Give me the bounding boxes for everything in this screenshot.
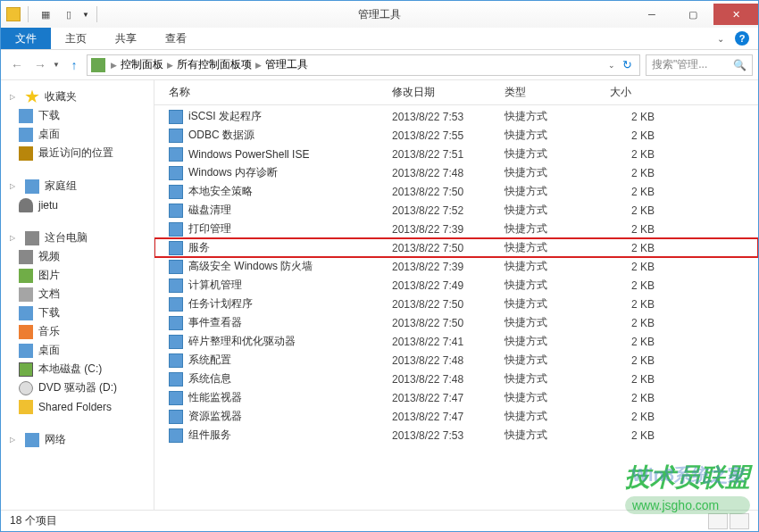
file-size: 2 KB [610,242,663,254]
tree-music[interactable]: 音乐 [1,322,154,341]
file-row[interactable]: 计算机管理 2013/8/22 7:49 快捷方式 2 KB [154,276,758,295]
file-size: 2 KB [610,373,663,386]
column-date[interactable]: 修改日期 [392,85,505,100]
file-size: 2 KB [610,167,663,179]
dvd-icon [19,381,33,395]
tab-file[interactable]: 文件 [1,28,51,49]
tree-recent[interactable]: 最近访问的位置 [1,144,154,162]
help-icon[interactable]: ? [735,31,749,46]
shortcut-icon [169,278,183,293]
tree-network[interactable]: 网络 [1,430,154,449]
file-row[interactable]: iSCSI 发起程序 2013/8/22 7:53 快捷方式 2 KB [154,107,758,126]
tree-shared[interactable]: Shared Folders [1,397,154,416]
file-type: 快捷方式 [505,353,610,368]
tab-home[interactable]: 主页 [51,28,101,49]
refresh-icon[interactable]: ↻ [622,58,632,71]
up-button[interactable]: ↑ [63,54,85,76]
file-date: 2013/8/22 7:47 [392,411,505,423]
tree-user[interactable]: jietu [1,195,154,214]
file-date: 2013/8/22 7:41 [392,336,505,348]
file-type: 快捷方式 [505,221,610,237]
tree-computer[interactable]: 这台电脑 [1,229,154,247]
file-row[interactable]: 性能监视器 2013/8/22 7:47 快捷方式 2 KB [154,388,758,407]
minimize-button[interactable]: ─ [631,4,672,25]
file-name: 碎片整理和优化驱动器 [188,334,392,349]
back-button[interactable]: ← [6,54,28,76]
breadcrumb-item[interactable]: 所有控制面板项 [177,57,252,72]
breadcrumb-item[interactable]: 管理工具 [265,57,308,72]
file-size: 2 KB [610,411,663,423]
tab-view[interactable]: 查看 [151,28,201,49]
item-count: 18 个项目 [10,513,57,528]
shortcut-icon [169,391,183,405]
file-size: 2 KB [610,279,663,292]
user-icon [19,198,33,212]
file-row[interactable]: Windows 内存诊断 2013/8/22 7:48 快捷方式 2 KB [154,163,758,182]
file-row[interactable]: 任务计划程序 2013/8/22 7:50 快捷方式 2 KB [154,295,758,313]
file-row[interactable]: 事件查看器 2013/8/22 7:50 快捷方式 2 KB [154,313,758,332]
tree-videos[interactable]: 视频 [1,247,154,266]
file-name: 资源监视器 [188,409,392,424]
file-type: 快捷方式 [505,371,610,387]
column-name[interactable]: 名称 [169,85,392,100]
tree-disk-c[interactable]: 本地磁盘 (C:) [1,360,154,378]
tree-favorites[interactable]: 收藏夹 [1,87,154,106]
shortcut-icon [169,166,183,180]
file-row[interactable]: 高级安全 Windows 防火墙 2013/8/22 7:39 快捷方式 2 K… [154,257,758,276]
tree-documents[interactable]: 文档 [1,285,154,303]
file-row[interactable]: 系统信息 2013/8/22 7:48 快捷方式 2 KB [154,370,758,388]
file-row[interactable]: ODBC 数据源 2013/8/22 7:55 快捷方式 2 KB [154,126,758,145]
view-icons-button[interactable] [730,513,749,529]
qat-dropdown[interactable]: ▼ [82,11,89,18]
column-type[interactable]: 类型 [505,85,610,100]
file-row[interactable]: Windows PowerShell ISE 2013/8/22 7:51 快捷… [154,145,758,163]
ribbon-expand-icon[interactable]: ⌄ [717,34,724,44]
file-row[interactable]: 组件服务 2013/8/22 7:53 快捷方式 2 KB [154,426,758,445]
file-type: 快捷方式 [505,315,610,330]
tree-downloads2[interactable]: 下载 [1,303,154,322]
file-size: 2 KB [610,354,663,367]
tree-downloads[interactable]: 下载 [1,106,154,125]
breadcrumb[interactable]: ▶ 控制面板 ▶ 所有控制面板项 ▶ 管理工具 ⌄ ↻ [87,54,640,76]
file-type: 快捷方式 [505,165,610,180]
disk-icon [19,362,33,377]
file-size: 2 KB [610,261,663,273]
search-input[interactable]: 搜索"管理... 🔍 [646,54,753,76]
shortcut-icon [169,335,183,349]
file-name: 事件查看器 [188,315,392,330]
close-button[interactable]: ✕ [713,4,758,25]
file-date: 2013/8/22 7:50 [392,186,505,198]
tree-dvd[interactable]: DVD 驱动器 (D:) [1,378,154,397]
qat-newfolder[interactable]: ▯ [59,4,79,24]
file-row[interactable]: 磁盘清理 2013/8/22 7:52 快捷方式 2 KB [154,201,758,220]
navigation-bar: ← → ▼ ↑ ▶ 控制面板 ▶ 所有控制面板项 ▶ 管理工具 ⌄ ↻ 搜索"管… [1,50,758,80]
tree-desktop2[interactable]: 桌面 [1,341,154,360]
navigation-pane: 收藏夹 下载 桌面 最近访问的位置 家庭组 jietu 这台电脑 视频 图片 文… [1,80,154,510]
maximize-button[interactable]: ▢ [672,4,713,25]
file-name: 打印管理 [188,221,392,237]
file-row[interactable]: 资源监视器 2013/8/22 7:47 快捷方式 2 KB [154,407,758,426]
folder-icon [19,400,33,414]
shortcut-icon [169,147,183,162]
shortcut-icon [169,241,183,255]
tree-desktop[interactable]: 桌面 [1,125,154,144]
view-details-button[interactable] [708,513,728,529]
file-size: 2 KB [610,392,663,404]
file-row[interactable]: 系统配置 2013/8/22 7:48 快捷方式 2 KB [154,351,758,370]
tree-pictures[interactable]: 图片 [1,266,154,285]
tree-homegroup[interactable]: 家庭组 [1,177,154,195]
breadcrumb-item[interactable]: 控制面板 [121,57,163,72]
forward-button[interactable]: → [29,54,51,76]
music-icon [19,325,33,339]
file-row[interactable]: 打印管理 2013/8/22 7:39 快捷方式 2 KB [154,220,758,238]
file-row[interactable]: 碎片整理和优化驱动器 2013/8/22 7:41 快捷方式 2 KB [154,332,758,351]
column-size[interactable]: 大小 [610,85,663,100]
file-date: 2013/8/22 7:48 [392,373,505,386]
file-row[interactable]: 本地安全策略 2013/8/22 7:50 快捷方式 2 KB [154,182,758,201]
breadcrumb-dropdown-icon[interactable]: ⌄ [608,61,615,70]
file-row[interactable]: 服务 2013/8/22 7:50 快捷方式 2 KB [154,238,758,257]
qat-properties[interactable]: ▦ [36,4,55,24]
favorites-icon [25,90,39,104]
tab-share[interactable]: 共享 [101,28,151,49]
history-dropdown[interactable]: ▼ [53,61,62,69]
